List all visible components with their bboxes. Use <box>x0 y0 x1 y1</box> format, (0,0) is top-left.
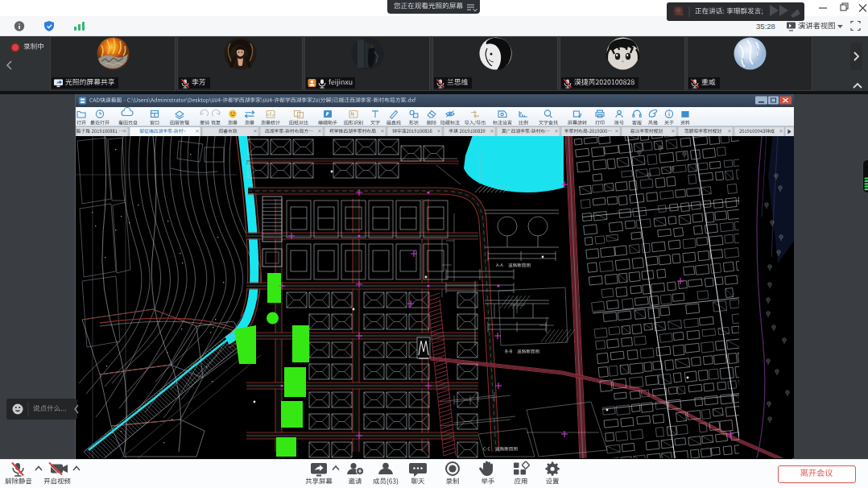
svg-text:35:28: 35:28 <box>756 22 775 31</box>
